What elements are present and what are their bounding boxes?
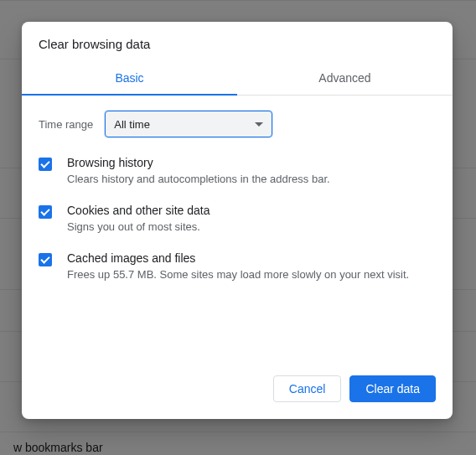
dialog-title: Clear browsing data (22, 22, 453, 63)
time-range-select[interactable]: All time (105, 111, 272, 137)
option-desc: Clears history and autocompletions in th… (67, 172, 330, 187)
option-title: Browsing history (67, 156, 330, 169)
tab-advanced[interactable]: Advanced (237, 63, 453, 95)
checkbox-cache[interactable] (39, 253, 52, 266)
option-cookies: Cookies and other site data Signs you ou… (39, 204, 436, 235)
chevron-down-icon (255, 122, 263, 127)
time-range-value: All time (114, 118, 150, 131)
option-title: Cookies and other site data (67, 204, 210, 217)
dialog-footer: Cancel Clear data (22, 362, 453, 419)
tabs: Basic Advanced (22, 63, 453, 96)
checkbox-browsing-history[interactable] (39, 158, 52, 171)
option-browsing-history: Browsing history Clears history and auto… (39, 156, 436, 187)
checkbox-cookies[interactable] (39, 205, 52, 219)
option-title: Cached images and files (67, 251, 409, 265)
option-cache: Cached images and files Frees up 55.7 MB… (39, 251, 436, 282)
clear-browsing-data-dialog: Clear browsing data Basic Advanced Time … (22, 22, 453, 419)
time-range-label: Time range (39, 118, 93, 131)
option-desc: Frees up 55.7 MB. Some sites may load mo… (67, 267, 409, 282)
cancel-button[interactable]: Cancel (273, 375, 342, 402)
tab-basic[interactable]: Basic (22, 63, 237, 95)
option-desc: Signs you out of most sites. (67, 220, 210, 235)
time-range-row: Time range All time (39, 111, 436, 137)
dialog-body: Time range All time Browsing history Cle… (22, 96, 453, 362)
clear-data-button[interactable]: Clear data (349, 375, 436, 402)
